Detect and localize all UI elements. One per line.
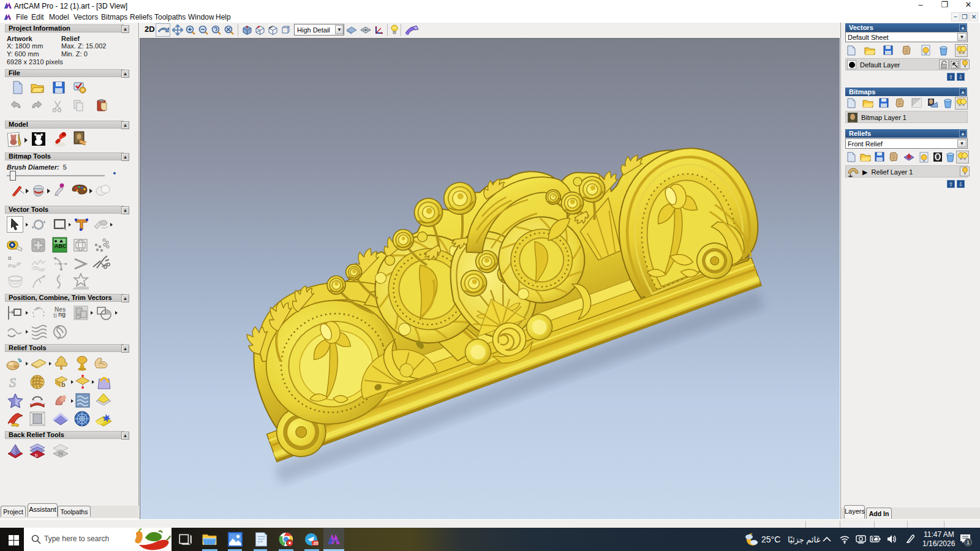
svg-text:ABC: ABC [55,243,67,249]
svg-text:b: b [61,381,66,388]
svg-text:ti: ti [53,312,57,319]
svg-text:S: S [9,375,16,389]
svg-text:ng: ng [58,311,66,318]
svg-text:b: b [35,452,38,458]
svg-text:abc: abc [34,305,41,311]
svg-text:.05: .05 [313,541,318,545]
